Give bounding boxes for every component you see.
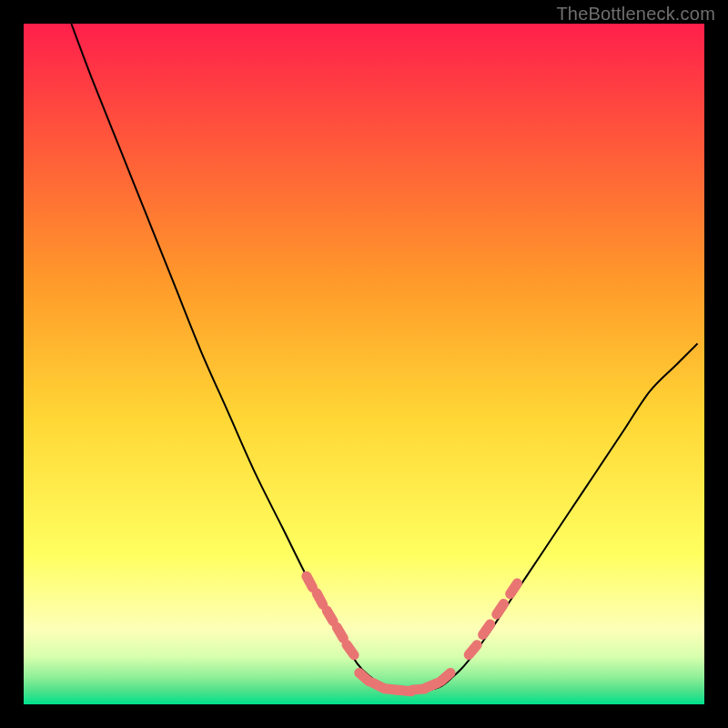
curve-marker: [469, 645, 477, 655]
curve-marker: [483, 624, 490, 634]
curve-marker: [347, 644, 354, 654]
curve-marker: [307, 576, 313, 587]
curve-marker: [497, 603, 504, 614]
curve-marker: [426, 682, 438, 687]
curve-marker: [440, 672, 450, 681]
chart-frame: TheBottleneck.com: [0, 0, 728, 728]
curve-marker: [511, 583, 518, 594]
gradient-background: [24, 24, 704, 704]
plot-area: [24, 24, 704, 704]
curve-marker: [359, 672, 369, 681]
watermark-text: TheBottleneck.com: [556, 4, 715, 25]
curve-marker: [317, 593, 323, 604]
chart-svg: [24, 24, 704, 704]
curve-marker: [337, 627, 343, 638]
curve-marker: [327, 611, 333, 622]
